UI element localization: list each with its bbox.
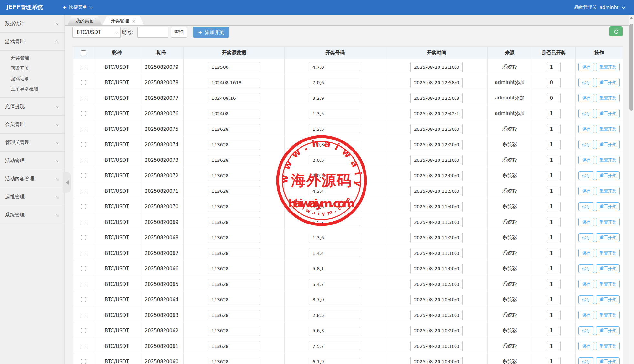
source-input[interactable] xyxy=(208,93,260,103)
source-input[interactable] xyxy=(208,155,260,165)
row-checkbox[interactable] xyxy=(81,173,86,178)
time-input[interactable] xyxy=(410,109,463,119)
row-checkbox[interactable] xyxy=(81,344,86,348)
save-button[interactable]: 保存 xyxy=(578,94,594,102)
reset-draw-button[interactable]: 重置开奖 xyxy=(596,63,620,71)
save-button[interactable]: 保存 xyxy=(578,187,594,195)
opened-input[interactable] xyxy=(547,326,561,336)
time-input[interactable] xyxy=(410,202,463,212)
numbers-input[interactable] xyxy=(309,341,361,351)
numbers-input[interactable] xyxy=(309,124,361,134)
source-input[interactable] xyxy=(208,341,260,351)
reset-draw-button[interactable]: 重置开奖 xyxy=(596,280,620,288)
row-checkbox[interactable] xyxy=(81,282,86,286)
opened-input[interactable] xyxy=(547,140,561,150)
source-input[interactable] xyxy=(208,357,260,364)
numbers-input[interactable] xyxy=(309,186,361,196)
save-button[interactable]: 保存 xyxy=(578,171,594,180)
numbers-input[interactable] xyxy=(309,155,361,165)
reset-draw-button[interactable]: 重置开奖 xyxy=(596,357,620,364)
save-button[interactable]: 保存 xyxy=(578,233,594,242)
opened-input[interactable] xyxy=(547,248,561,258)
opened-input[interactable] xyxy=(547,264,561,274)
row-checkbox[interactable] xyxy=(81,80,86,85)
sidebar-item[interactable]: 活动管理 xyxy=(0,152,64,170)
opened-input[interactable] xyxy=(547,124,561,134)
save-button[interactable]: 保存 xyxy=(578,295,594,304)
source-input[interactable] xyxy=(208,233,260,243)
row-checkbox[interactable] xyxy=(81,235,86,240)
time-input[interactable] xyxy=(410,124,463,134)
opened-input[interactable] xyxy=(547,310,561,320)
time-input[interactable] xyxy=(410,217,463,227)
source-input[interactable] xyxy=(208,124,260,134)
row-checkbox[interactable] xyxy=(81,142,86,147)
reset-draw-button[interactable]: 重置开奖 xyxy=(596,202,620,211)
reset-draw-button[interactable]: 重置开奖 xyxy=(596,94,620,102)
time-input[interactable] xyxy=(410,140,463,150)
reset-draw-button[interactable]: 重置开奖 xyxy=(596,233,620,242)
tab-draw-management[interactable]: 开奖管理 × xyxy=(102,16,144,25)
time-input[interactable] xyxy=(410,357,463,364)
reset-draw-button[interactable]: 重置开奖 xyxy=(596,342,620,350)
row-checkbox[interactable] xyxy=(81,65,86,69)
time-input[interactable] xyxy=(410,186,463,196)
time-input[interactable] xyxy=(410,279,463,289)
row-checkbox[interactable] xyxy=(81,220,86,224)
save-button[interactable]: 保存 xyxy=(578,125,594,133)
scroll-up-icon[interactable] xyxy=(630,17,633,19)
save-button[interactable]: 保存 xyxy=(578,326,594,335)
row-checkbox[interactable] xyxy=(81,313,86,317)
numbers-input[interactable] xyxy=(309,78,361,88)
reset-draw-button[interactable]: 重置开奖 xyxy=(596,125,620,133)
sidebar-subitem[interactable]: 游戏记录 xyxy=(0,73,64,84)
time-input[interactable] xyxy=(410,171,463,181)
row-checkbox[interactable] xyxy=(81,328,86,333)
numbers-input[interactable] xyxy=(309,295,361,305)
numbers-input[interactable] xyxy=(309,93,361,103)
lottery-select[interactable]: BTC/USDT xyxy=(72,27,121,38)
opened-input[interactable] xyxy=(547,217,561,227)
reset-draw-button[interactable]: 重置开奖 xyxy=(596,140,620,149)
time-input[interactable] xyxy=(410,93,463,103)
select-all-checkbox[interactable] xyxy=(81,50,86,55)
save-button[interactable]: 保存 xyxy=(578,280,594,288)
row-checkbox[interactable] xyxy=(81,96,86,100)
sidebar-subitem[interactable]: 注单异常检测 xyxy=(0,84,64,94)
sidebar-subitem[interactable]: 开奖管理 xyxy=(0,53,64,63)
source-input[interactable] xyxy=(208,186,260,196)
numbers-input[interactable] xyxy=(309,233,361,243)
save-button[interactable]: 保存 xyxy=(578,357,594,364)
opened-input[interactable] xyxy=(547,341,561,351)
sidebar-item[interactable]: 数据统计 xyxy=(0,15,64,33)
opened-input[interactable] xyxy=(547,78,561,88)
save-button[interactable]: 保存 xyxy=(578,264,594,273)
reset-draw-button[interactable]: 重置开奖 xyxy=(596,156,620,164)
source-input[interactable] xyxy=(208,62,260,72)
numbers-input[interactable] xyxy=(309,248,361,258)
reset-draw-button[interactable]: 重置开奖 xyxy=(596,264,620,273)
numbers-input[interactable] xyxy=(309,140,361,150)
reset-draw-button[interactable]: 重置开奖 xyxy=(596,249,620,257)
source-input[interactable] xyxy=(208,310,260,320)
opened-input[interactable] xyxy=(547,171,561,181)
opened-input[interactable] xyxy=(547,233,561,243)
sidebar-collapse-handle[interactable] xyxy=(63,172,71,193)
numbers-input[interactable] xyxy=(309,279,361,289)
reset-draw-button[interactable]: 重置开奖 xyxy=(596,311,620,319)
time-input[interactable] xyxy=(410,248,463,258)
numbers-input[interactable] xyxy=(309,202,361,212)
scrollbar-thumb[interactable] xyxy=(629,24,633,111)
opened-input[interactable] xyxy=(547,357,561,364)
reset-draw-button[interactable]: 重置开奖 xyxy=(596,109,620,118)
opened-input[interactable] xyxy=(547,202,561,212)
numbers-input[interactable] xyxy=(309,109,361,119)
source-input[interactable] xyxy=(208,202,260,212)
opened-input[interactable] xyxy=(547,93,561,103)
save-button[interactable]: 保存 xyxy=(578,140,594,149)
opened-input[interactable] xyxy=(547,62,561,72)
row-checkbox[interactable] xyxy=(81,189,86,193)
numbers-input[interactable] xyxy=(309,326,361,336)
numbers-input[interactable] xyxy=(309,171,361,181)
numbers-input[interactable] xyxy=(309,264,361,274)
